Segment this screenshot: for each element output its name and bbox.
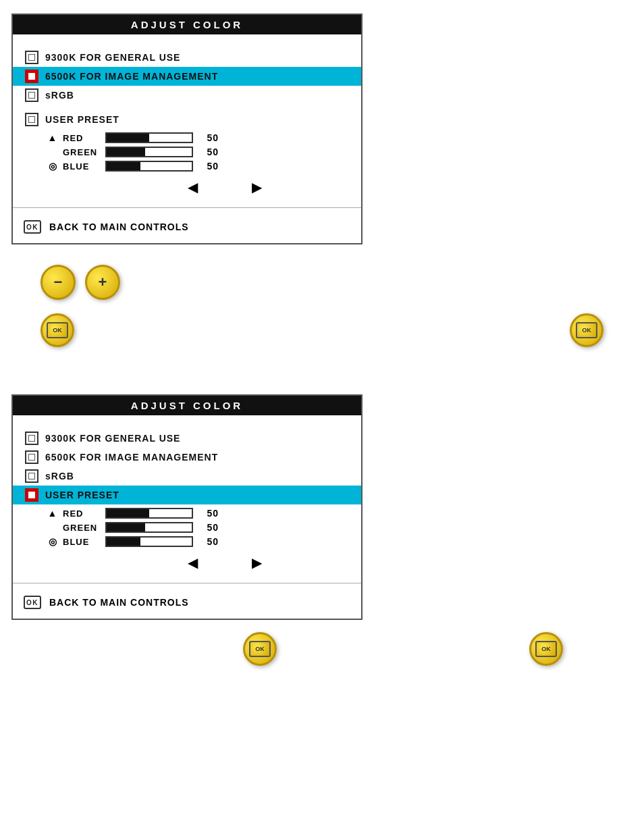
p2-green-spacer-icon [45,522,60,533]
row-user-preset[interactable]: USER PRESET [24,110,350,129]
slider-row-green[interactable]: GREEN 50 [45,147,350,157]
ok-yellow-btn-right-2[interactable]: OK [529,632,563,666]
red-up-icon: ▲ [45,132,60,143]
p2-red-up-icon: ▲ [45,508,60,519]
plus-button[interactable]: + [85,265,120,300]
slider-row-blue[interactable]: ◎ BLUE 50 [45,161,350,172]
ok-buttons-row-1: OK OK [0,313,644,347]
panel2-title: ADJUST COLOR [13,396,361,415]
icon-9300k [25,51,38,64]
slider-value-red: 50 [198,132,219,143]
minus-plus-row: − + [41,265,644,300]
p2-nav-right[interactable]: ▶ [252,554,262,571]
p2-label-user-preset: USER PRESET [45,490,119,500]
slider-section: ▲ RED 50 GREEN 50 ◎ BLUE [24,132,350,199]
nav-arrows-1: ◀ ▶ [45,175,350,199]
p2-label-srgb: sRGB [45,471,74,481]
p2-label-6500k: 6500K FOR IMAGE MANAGEMENT [45,452,218,463]
p2-slider-label-green: GREEN [63,523,100,533]
adjust-color-panel-2: ADJUST COLOR 9300K FOR GENERAL USE 6500K… [11,394,363,620]
panel2-ok-icon: OK [24,596,41,609]
ok-inner-right-1: OK [576,322,597,338]
p2-label-9300k: 9300K FOR GENERAL USE [45,433,180,444]
panel1-back-row[interactable]: OK BACK TO MAIN CONTROLS [13,211,361,243]
slider-track-blue[interactable] [105,161,193,172]
panel1-divider [13,207,361,208]
icon-user-preset [25,113,38,126]
p2-icon-6500k [25,450,38,464]
p2-icon-srgb [25,469,38,483]
nav-right-1[interactable]: ▶ [252,179,262,195]
row-9300k[interactable]: 9300K FOR GENERAL USE [24,48,350,67]
ok-inner-left-2: OK [249,641,271,657]
slider-label-red: RED [63,133,100,143]
p2-slider-value-red: 50 [198,508,219,519]
minus-button[interactable]: − [41,265,76,300]
slider-row-red[interactable]: ▲ RED 50 [45,132,350,143]
p2-slider-value-green: 50 [198,522,219,533]
panel1-ok-icon: OK [24,220,41,234]
icon-srgb [25,88,38,102]
p2-slider-label-red: RED [63,509,100,519]
p2-row-9300k[interactable]: 9300K FOR GENERAL USE [24,429,350,448]
panel1-back-label: BACK TO MAIN CONTROLS [49,221,189,232]
row-6500k[interactable]: 6500K FOR IMAGE MANAGEMENT [13,67,361,86]
p2-icon-9300k [25,432,38,445]
p2-slider-fill-green [107,523,145,531]
panel1-title: ADJUST COLOR [13,15,361,34]
nav-left-1[interactable]: ◀ [188,179,198,195]
p2-slider-section: ▲ RED 50 GREEN 50 ◎ BLUE [24,508,350,575]
p2-slider-fill-blue [107,538,140,546]
p2-slider-fill-red [107,509,149,517]
ok-yellow-btn-left-1[interactable]: OK [41,313,74,347]
p2-blue-down-icon: ◎ [45,536,60,547]
label-9300k: 9300K FOR GENERAL USE [45,52,180,63]
slider-value-blue: 50 [198,161,219,172]
ok-yellow-btn-left-2[interactable]: OK [243,632,277,666]
blue-down-icon: ◎ [45,161,60,172]
panel2-divider [13,583,361,583]
slider-track-red[interactable] [105,132,193,143]
slider-label-blue: BLUE [63,161,100,172]
label-user-preset: USER PRESET [45,114,119,125]
slider-fill-red [107,134,149,142]
p2-icon-user-preset [25,488,38,502]
ok-inner-right-2: OK [535,641,557,657]
section-gap-1 [0,361,644,381]
slider-track-green[interactable] [105,147,193,157]
p2-nav-left[interactable]: ◀ [188,554,198,571]
p2-row-srgb[interactable]: sRGB [24,467,350,486]
row-srgb[interactable]: sRGB [24,86,350,105]
slider-value-green: 50 [198,147,219,157]
slider-fill-blue [107,162,140,170]
icon-6500k [25,70,38,83]
p2-slider-track-green[interactable] [105,522,193,533]
panel2-back-row[interactable]: OK BACK TO MAIN CONTROLS [13,586,361,619]
p2-slider-row-green[interactable]: GREEN 50 [45,522,350,533]
p2-slider-value-blue: 50 [198,536,219,547]
adjust-color-panel-1: ADJUST COLOR 9300K FOR GENERAL USE 6500K… [11,14,363,244]
label-srgb: sRGB [45,90,74,101]
p2-slider-row-blue[interactable]: ◎ BLUE 50 [45,536,350,547]
ok-inner-left-1: OK [47,322,68,338]
ok-buttons-row-2: OK OK [0,632,644,666]
slider-label-green: GREEN [63,147,100,157]
p2-slider-row-red[interactable]: ▲ RED 50 [45,508,350,519]
ok-yellow-btn-right-1[interactable]: OK [570,313,603,347]
p2-slider-track-blue[interactable] [105,536,193,547]
label-6500k: 6500K FOR IMAGE MANAGEMENT [45,71,218,82]
p2-row-user-preset[interactable]: USER PRESET [13,486,361,504]
green-spacer-icon [45,147,60,157]
p2-slider-label-blue: BLUE [63,537,100,547]
slider-fill-green [107,148,145,156]
p2-slider-track-red[interactable] [105,508,193,519]
p2-nav-arrows: ◀ ▶ [45,550,350,575]
panel2-back-label: BACK TO MAIN CONTROLS [49,597,189,608]
p2-row-6500k[interactable]: 6500K FOR IMAGE MANAGEMENT [24,448,350,467]
